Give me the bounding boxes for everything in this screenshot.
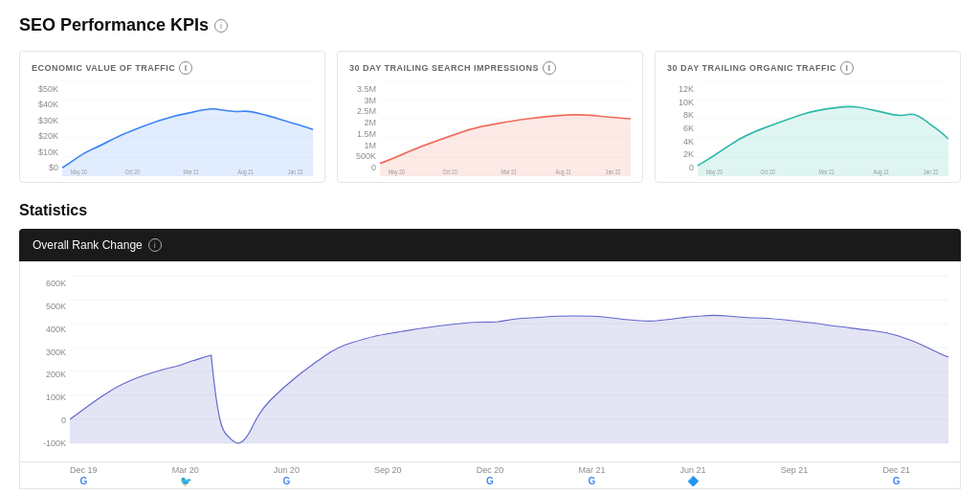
overall-rank-label: Overall Rank Change: [33, 238, 143, 252]
x-axis-dec21: Dec 21 G: [882, 465, 910, 486]
kpi-label-economic: ECONOMIC VALUE OF TRAFFIC i: [32, 61, 313, 75]
chart-wrapper: 600K 500K 400K 300K 200K 100K 0 -100K: [32, 271, 948, 456]
x-axis-dec20: Dec 20 G: [477, 465, 504, 486]
page-title-row: SEO Performance KPIs i: [19, 15, 961, 35]
kpi-info-icon-search[interactable]: i: [543, 61, 556, 75]
kpi-y-axis-organic: 0 2K 4K 6K 8K 10K 12K: [667, 80, 698, 176]
kpi-card-economic-value: ECONOMIC VALUE OF TRAFFIC i $0 $10K $20K…: [19, 51, 325, 183]
x-axis-dec19: Dec 19 G: [70, 465, 98, 486]
svg-text:Aug 21: Aug 21: [873, 168, 889, 175]
svg-text:Oct 20: Oct 20: [443, 168, 458, 175]
svg-text:Aug 21: Aug 21: [237, 168, 254, 175]
kpi-charts-row: ECONOMIC VALUE OF TRAFFIC i $0 $10K $20K…: [19, 51, 961, 183]
svg-text:Jan 22: Jan 22: [606, 168, 621, 175]
svg-text:Jan 22: Jan 22: [288, 168, 303, 175]
svg-text:May 20: May 20: [71, 168, 88, 175]
svg-text:May 20: May 20: [706, 168, 724, 175]
kpi-chart-economic: May 20 Oct 20 Mar 21 Aug 21 Jan 22: [62, 80, 313, 176]
kpi-info-icon-economic[interactable]: i: [179, 61, 192, 75]
overall-rank-info-icon[interactable]: i: [148, 238, 162, 252]
kpi-y-axis-search: 0 500K 1M 1.5M 2M 2.5M 3M 3.5M: [349, 80, 380, 176]
overall-rank-header: Overall Rank Change i: [19, 229, 961, 261]
kpi-chart-search: May 20 Oct 20 Mar 21 Aug 21 Jan 22: [380, 80, 631, 176]
svg-text:Aug 21: Aug 21: [555, 168, 571, 175]
svg-text:May 20: May 20: [389, 168, 406, 175]
kpi-label-organic: 30 DAY TRAILING ORGANIC TRAFFIC i: [667, 61, 948, 75]
x-axis-mar21: Mar 21 G: [578, 465, 605, 486]
svg-text:Mar 21: Mar 21: [184, 168, 200, 175]
x-axis-jun21: Jun 21 🔷: [680, 465, 706, 486]
page-title-info-icon[interactable]: i: [214, 19, 228, 33]
svg-text:Mar 21: Mar 21: [501, 168, 518, 175]
x-axis-sep20: Sep 20: [374, 465, 402, 486]
svg-text:Oct 20: Oct 20: [761, 168, 776, 175]
main-chart-y-axis: 600K 500K 400K 300K 200K 100K 0 -100K: [32, 271, 70, 456]
svg-text:Jan 22: Jan 22: [924, 168, 939, 175]
kpi-card-search-impressions: 30 DAY TRAILING SEARCH IMPRESSIONS i 0 5…: [337, 51, 643, 183]
kpi-card-organic-traffic: 30 DAY TRAILING ORGANIC TRAFFIC i 0 2K 4…: [655, 51, 961, 183]
kpi-chart-organic: May 20 Oct 20 Mar 21 Aug 21 Jan 22: [698, 80, 948, 176]
kpi-y-axis-economic: $0 $10K $20K $30K $40K $50K: [32, 80, 62, 176]
x-axis-sep21: Sep 21: [781, 465, 809, 486]
svg-text:Oct 20: Oct 20: [125, 168, 141, 175]
statistics-section: Statistics Overall Rank Change i 600K 50…: [19, 202, 961, 489]
overall-rank-chart-container: 600K 500K 400K 300K 200K 100K 0 -100K: [19, 261, 961, 462]
main-chart-area: [70, 271, 948, 456]
svg-text:Mar 21: Mar 21: [819, 168, 835, 175]
statistics-section-title: Statistics: [19, 202, 961, 219]
x-axis-jun20: Jun 20 G: [274, 465, 300, 486]
main-chart-x-axis: Dec 19 G Mar 20 🐦 Jun 20 G Sep 20 Dec 20…: [19, 462, 961, 489]
kpi-label-search: 30 DAY TRAILING SEARCH IMPRESSIONS i: [349, 61, 631, 75]
page-title: SEO Performance KPIs: [19, 15, 209, 35]
x-axis-mar20: Mar 20 🐦: [172, 465, 199, 486]
kpi-info-icon-organic[interactable]: i: [840, 61, 854, 75]
